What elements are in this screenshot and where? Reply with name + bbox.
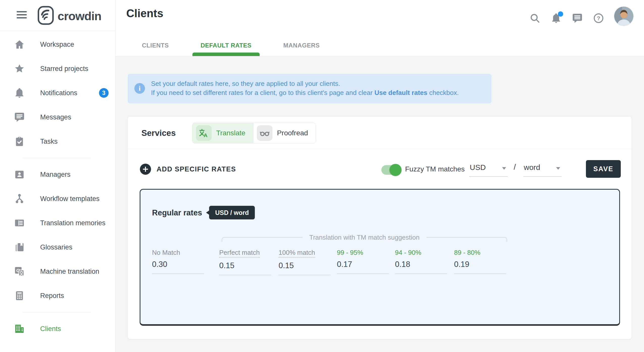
- tab-default-rates[interactable]: DEFAULT RATES: [192, 35, 260, 56]
- proofread-glasses-icon: [257, 125, 273, 141]
- rate-label: 99 - 95%: [337, 249, 363, 256]
- fuzzy-tm-toggle[interactable]: [381, 165, 401, 175]
- rate-column-perfect-match: Perfect match 0.15: [219, 249, 271, 275]
- regular-rates-heading: Regular rates: [152, 208, 202, 217]
- service-option-translate[interactable]: A Translate: [192, 123, 253, 143]
- translate-icon: A: [196, 125, 212, 141]
- add-specific-rates-button[interactable]: ADD SPECIFIC RATES: [140, 164, 236, 175]
- save-button[interactable]: SAVE: [586, 160, 621, 178]
- sidebar-item-managers[interactable]: Managers: [0, 162, 115, 187]
- rate-input-underline: [152, 273, 204, 274]
- info-line-2: If you need to set different rates for a…: [151, 88, 459, 97]
- rate-input-underline: [454, 273, 506, 274]
- notifications-count-badge: 3: [99, 88, 109, 98]
- rate-input[interactable]: 0.30: [152, 260, 204, 269]
- services-heading: Services: [141, 128, 176, 138]
- rate-input-underline: [395, 273, 447, 274]
- crowdin-logo-icon: [37, 6, 54, 26]
- sidebar-item-machine-translation[interactable]: G Machine translation: [0, 259, 115, 284]
- sidebar-item-label: Tasks: [40, 138, 58, 145]
- regular-rates-panel: Regular rates USD / word Translation wit…: [140, 189, 620, 326]
- sidebar-item-glossaries[interactable]: Glossaries: [0, 235, 115, 259]
- sidebar-item-label: Machine translation: [40, 268, 99, 275]
- user-avatar[interactable]: [614, 7, 633, 26]
- sidebar-item-workspace[interactable]: Workspace: [0, 32, 115, 57]
- rate-label: 89 - 80%: [454, 249, 480, 256]
- header-icons: ?: [529, 11, 633, 26]
- sidebar-item-workflow-templates[interactable]: Workflow templates: [0, 187, 115, 211]
- rate-input-underline: [279, 275, 331, 275]
- sidebar-item-translation-memories[interactable]: Translation memories: [0, 211, 115, 235]
- sidebar: crowdin Workspace Starred projects Notif…: [0, 0, 115, 352]
- rate-input[interactable]: 0.15: [219, 261, 271, 270]
- plus-icon: [140, 164, 151, 175]
- main-content: i Set your default rates here, so they a…: [116, 57, 644, 352]
- rate-input[interactable]: 0.15: [279, 261, 331, 270]
- help-icon[interactable]: ?: [593, 13, 604, 24]
- rate-label[interactable]: Perfect match: [219, 249, 260, 258]
- info-line-1: Set your default rates here, so they are…: [151, 79, 459, 88]
- tab-managers[interactable]: MANAGERS: [275, 35, 328, 56]
- sidebar-item-label: Glossaries: [40, 243, 72, 251]
- notifications-bell-icon[interactable]: [551, 13, 562, 24]
- sidebar-item-label: Workflow templates: [40, 195, 100, 203]
- crowdin-logo[interactable]: crowdin: [37, 6, 101, 26]
- sidebar-item-starred-projects[interactable]: Starred projects: [0, 57, 115, 81]
- unit-value: word: [524, 163, 540, 172]
- rate-input[interactable]: 0.19: [454, 260, 506, 269]
- default-rates-card: Services A Translate Proofread: [128, 117, 632, 339]
- rate-column-no-match: No Match 0.30: [152, 249, 204, 274]
- toggle-knob: [389, 164, 402, 176]
- unit-select[interactable]: word: [523, 161, 562, 177]
- glossary-icon: [14, 242, 25, 253]
- star-icon: [14, 63, 25, 74]
- page-title: Clients: [126, 7, 163, 20]
- crowdin-app: crowdin Workspace Starred projects Notif…: [0, 0, 644, 352]
- tasks-icon: [14, 136, 25, 147]
- sidebar-divider: [23, 312, 91, 312]
- sidebar-item-label: Translation memories: [40, 219, 106, 227]
- sidebar-top: crowdin: [0, 0, 115, 31]
- rate-input[interactable]: 0.17: [337, 260, 389, 269]
- service-option-label: Translate: [216, 129, 245, 137]
- tab-clients[interactable]: CLIENTS: [134, 35, 177, 56]
- sidebar-item-notifications[interactable]: Notifications 3: [0, 81, 115, 105]
- sidebar-item-tasks[interactable]: Tasks: [0, 129, 115, 154]
- reports-icon: [14, 290, 25, 301]
- chevron-down-icon: [502, 167, 506, 170]
- tm-match-group-bracket: Translation with TM match suggestion: [222, 234, 507, 242]
- hamburger-menu-icon[interactable]: [17, 11, 27, 20]
- sidebar-nav: Workspace Starred projects Notifications…: [0, 32, 115, 341]
- usd-word-badge: USD / word: [209, 206, 255, 219]
- svg-text:A: A: [204, 132, 207, 138]
- managers-icon: [14, 169, 25, 180]
- sidebar-item-messages[interactable]: Messages: [0, 105, 115, 129]
- sidebar-item-label: Workspace: [40, 41, 74, 48]
- rate-input[interactable]: 0.18: [395, 260, 447, 269]
- sidebar-item-label: Reports: [40, 292, 64, 300]
- rate-label: No Match: [152, 249, 180, 256]
- bell-icon: [14, 87, 25, 98]
- tab-bar: CLIENTS DEFAULT RATES MANAGERS: [134, 35, 328, 56]
- sidebar-item-reports[interactable]: Reports: [0, 284, 115, 308]
- home-icon: [14, 39, 25, 50]
- service-option-label: Proofread: [277, 129, 308, 137]
- rate-column-99-95: 99 - 95% 0.17: [337, 249, 389, 274]
- messages-icon[interactable]: [572, 13, 583, 24]
- currency-value: USD: [470, 163, 486, 172]
- service-switcher: A Translate Proofread: [192, 123, 316, 143]
- rate-label[interactable]: 100% match: [279, 249, 315, 258]
- info-icon: i: [134, 83, 145, 94]
- rate-label: 94 - 90%: [395, 249, 421, 256]
- notification-dot: [558, 11, 563, 17]
- bracket-line-left: [222, 237, 302, 242]
- currency-select[interactable]: USD: [469, 161, 508, 177]
- active-tab-indicator: [192, 53, 260, 56]
- clients-building-icon: [14, 323, 25, 334]
- header: Clients ? CLIENTS DEFAULT RATES MANAGERS: [115, 0, 644, 56]
- sidebar-item-clients[interactable]: Clients: [0, 317, 115, 341]
- sidebar-item-label: Messages: [40, 113, 71, 121]
- search-icon[interactable]: [529, 13, 540, 24]
- service-option-proofread[interactable]: Proofread: [253, 123, 316, 143]
- message-icon: [14, 112, 25, 123]
